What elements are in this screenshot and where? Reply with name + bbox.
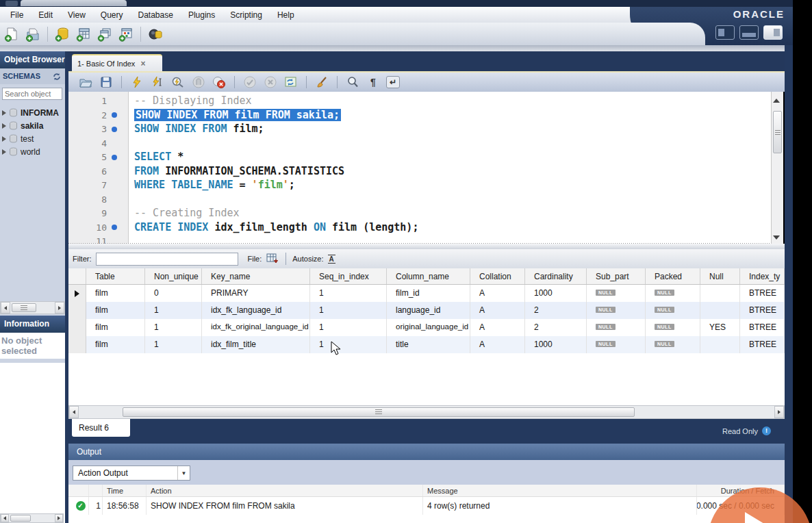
create-procedure-icon[interactable] [118,26,134,42]
col-collation[interactable]: Collation [470,268,525,284]
open-file-icon[interactable] [78,75,93,89]
col-sub-part[interactable]: Sub_part [587,268,646,284]
find-icon[interactable] [345,75,360,89]
col-column-name[interactable]: Column_name [387,268,470,284]
toggle-bottom-panel-icon[interactable] [739,25,759,40]
toggle-left-panel-icon[interactable] [715,25,735,40]
menu-help[interactable]: Help [270,8,302,22]
tab-basic-of-index[interactable]: 1- Basic Of Index × [72,54,162,71]
code-line[interactable]: 4 [68,136,771,151]
menu-view[interactable]: View [60,8,93,22]
scroll-left-icon[interactable] [1,302,10,314]
menu-scripting[interactable]: Scripting [223,8,270,22]
explain-icon[interactable] [170,75,186,89]
schemas-section-header[interactable]: SCHEMAS [0,68,65,84]
scroll-right-icon[interactable] [774,406,784,418]
scroll-left-icon[interactable] [1,514,9,522]
col-seq-in-index[interactable]: Seq_in_index [310,268,387,284]
sidebar-bottom-scrollbar[interactable] [0,513,64,523]
col-cardinality[interactable]: Cardinality [525,268,587,284]
scroll-down-icon[interactable] [773,230,780,242]
code-line[interactable]: 8 [68,192,771,207]
search-database-icon[interactable] [147,26,164,42]
col-null[interactable]: Null [700,268,740,284]
rollback-icon[interactable] [263,75,278,89]
execute-current-icon[interactable] [150,75,165,89]
row-selector[interactable] [68,336,86,353]
row-selector[interactable] [68,302,86,319]
info-icon[interactable]: ! [762,426,771,435]
commit-icon[interactable] [242,75,257,89]
col-time[interactable]: Time [103,485,147,496]
editor-vertical-scrollbar[interactable] [771,92,783,244]
col-key-name[interactable]: Key_name [202,268,310,284]
col-non-unique[interactable]: Non_unique [145,268,202,284]
save-icon[interactable] [99,75,114,89]
new-sql-tab-icon[interactable] [3,26,20,42]
code-line[interactable]: 6FROM INFORMATION_SCHEMA.STATISTICS [68,164,771,179]
toggle-autocommit-icon[interactable] [283,75,299,89]
search-object-input[interactable] [2,88,62,100]
scrollbar-thumb[interactable] [773,111,782,153]
grid-row[interactable]: film 0 PRIMARY 1 film_id A 1000 NULL NUL… [68,285,785,302]
expand-arrow-icon[interactable] [2,123,6,129]
sql-editor[interactable]: 1-- Displaying Index 2SHOW INDEX FROM fi… [68,92,771,244]
schema-item-sakila[interactable]: sakila [0,119,65,132]
menu-plugins[interactable]: Plugins [181,8,223,22]
scrollbar-thumb[interactable] [12,303,36,313]
expand-arrow-icon[interactable] [2,136,6,142]
row-selector[interactable] [68,319,86,336]
code-line[interactable]: 9-- Creating Index [68,206,771,220]
output-log-row[interactable]: ✓ 1 18:56:58 SHOW INDEX FROM film FROM s… [68,497,785,515]
tab-result-6[interactable]: Result 6 [72,419,130,437]
video-play-overlay-icon[interactable] [705,478,812,523]
code-line[interactable]: 3SHOW INDEX FROM film; [68,122,771,136]
filter-input[interactable] [96,253,238,266]
col-table[interactable]: Table [86,268,145,284]
code-line[interactable]: 7WHERE TABLE_NAME = 'film'; [68,178,771,192]
col-packed[interactable]: Packed [646,268,700,284]
grid-row[interactable]: film 1 idx_fk_language_id 1 language_id … [68,302,785,319]
scrollbar-thumb[interactable] [123,407,635,417]
toggle-right-panel-icon[interactable] [763,25,783,40]
stop-icon[interactable] [191,75,206,89]
menu-file[interactable]: File [3,8,31,22]
output-type-dropdown[interactable]: Action Output ▼ [73,465,190,481]
scroll-up-icon[interactable] [773,93,780,105]
col-index-type[interactable]: Index_ty [740,268,785,284]
execute-icon[interactable] [129,75,144,89]
autosize-icon[interactable]: A [328,255,335,264]
row-selector[interactable] [68,285,86,302]
menu-database[interactable]: Database [131,8,181,22]
sidebar-horizontal-scrollbar[interactable] [0,301,65,314]
expand-arrow-icon[interactable] [2,110,6,116]
col-action[interactable]: Action [147,485,423,496]
chevron-down-icon[interactable]: ▼ [177,466,190,480]
menu-edit[interactable]: Edit [31,8,60,22]
grid-row[interactable]: film 1 idx_fk_original_language_id 1 ori… [68,319,785,336]
export-file-icon[interactable] [266,253,279,265]
code-line[interactable]: 1-- Displaying Index [68,94,771,108]
schema-item-test[interactable]: test [0,132,65,145]
scroll-left-icon[interactable] [69,406,79,418]
open-sql-file-icon[interactable] [25,26,41,42]
col-message[interactable]: Message [423,485,697,496]
editor-results-splitter[interactable] [68,244,785,249]
expand-arrow-icon[interactable] [2,149,6,155]
grid-horizontal-scrollbar[interactable] [68,405,785,419]
refresh-icon[interactable] [53,73,61,81]
create-schema-icon[interactable] [54,26,71,42]
kill-connection-icon[interactable] [212,75,227,89]
code-line-selected[interactable]: 2SHOW INDEX FROM film FROM sakila; [68,108,771,123]
create-table-icon[interactable] [75,26,92,42]
invisible-chars-icon[interactable]: ¶ [366,75,381,89]
tab-close-icon[interactable]: × [140,59,145,68]
schema-item-information-schema[interactable]: INFORMA [0,106,65,119]
menu-query[interactable]: Query [93,8,131,22]
create-view-icon[interactable] [97,26,113,42]
beautify-icon[interactable] [314,75,329,89]
grid-row[interactable]: film 1 idx_film_title 1 title A 1000 NUL… [68,336,785,353]
wrap-text-icon[interactable]: ↵ [386,76,400,88]
scroll-right-icon[interactable] [55,302,64,314]
schema-item-world[interactable]: world [0,145,65,158]
